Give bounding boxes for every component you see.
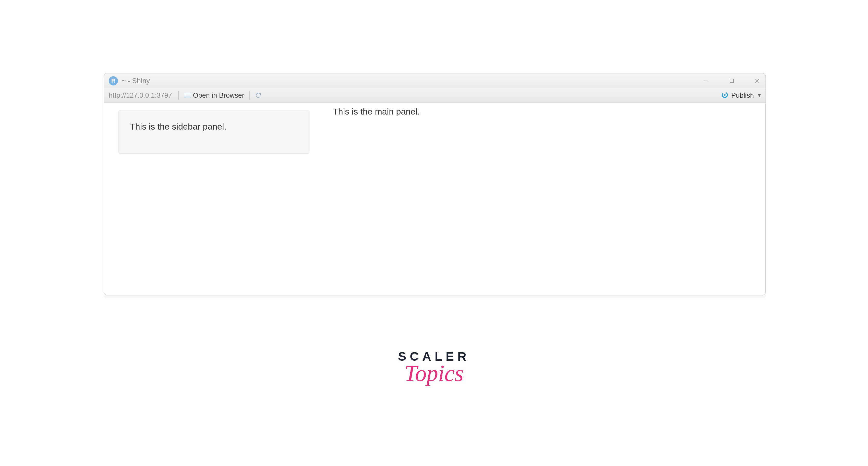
sidebar-text: This is the sidebar panel.	[130, 122, 298, 132]
close-icon	[754, 78, 760, 84]
app-icon-letter: R	[111, 77, 115, 84]
refresh-icon	[255, 92, 262, 99]
app-content: This is the sidebar panel. This is the m…	[104, 103, 765, 295]
open-in-browser-button[interactable]: Open in Browser	[181, 91, 247, 100]
minimize-button[interactable]	[703, 77, 710, 85]
maximize-button[interactable]	[728, 77, 735, 85]
browser-icon	[184, 93, 191, 98]
svg-rect-1	[730, 79, 734, 82]
separator	[249, 91, 250, 100]
window-title: ~ - Shiny	[122, 77, 150, 85]
chevron-down-icon: ▾	[758, 92, 761, 99]
logo-line2: Topics	[398, 363, 470, 384]
maximize-icon	[728, 78, 735, 84]
publish-icon	[721, 91, 728, 100]
open-in-browser-label: Open in Browser	[193, 92, 244, 99]
main-text: This is the main panel.	[333, 107, 765, 116]
close-button[interactable]	[754, 77, 761, 85]
window-shadow	[104, 295, 766, 298]
address-url[interactable]: http://127.0.0.1:3797	[109, 92, 172, 99]
sidebar-panel: This is the sidebar panel.	[119, 110, 309, 154]
publish-label: Publish	[731, 92, 754, 99]
titlebar: R ~ - Shiny	[104, 73, 765, 88]
toolbar: http://127.0.0.1:3797 Open in Browser Pu…	[104, 88, 765, 103]
app-icon: R	[109, 76, 118, 86]
svg-point-5	[724, 94, 725, 96]
scaler-topics-logo: SCALER Topics	[398, 350, 470, 384]
minimize-icon	[703, 78, 709, 84]
app-window: R ~ - Shiny http://127.0.0.1:3797 Open	[104, 73, 766, 295]
publish-button[interactable]: Publish ▾	[721, 91, 761, 100]
refresh-button[interactable]	[252, 91, 264, 100]
separator	[178, 91, 179, 100]
main-panel: This is the main panel.	[309, 103, 765, 295]
window-controls	[703, 73, 761, 88]
